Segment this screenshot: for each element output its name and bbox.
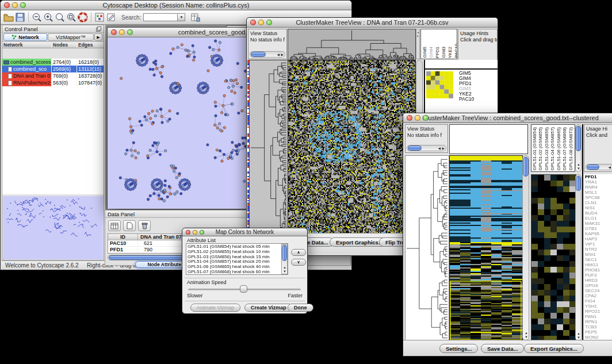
view-status-hscrollbar[interactable]: ◀▶ — [250, 51, 285, 58]
file-icon — [8, 67, 12, 72]
gene-label: HRD3 — [585, 278, 612, 283]
attribute-list-item[interactable]: GPL51-03 (GSM856) heat shock 15 min — [186, 255, 281, 260]
treeview-dna-titlebar[interactable]: ClusterMaker TreeView : DNA and Tran 07-… — [247, 18, 498, 28]
tab-network[interactable]: Network — [3, 33, 47, 41]
zoom-button[interactable] — [127, 29, 133, 35]
main-titlebar[interactable]: Cytoscape Desktop (Session Name: collins… — [1, 1, 351, 10]
search-input[interactable] — [143, 13, 178, 21]
network-row[interactable]: combined_sco2569(6)13112(15) — [2, 66, 104, 72]
dendrogram-scroll-arrows[interactable]: ◂▸ — [416, 29, 420, 59]
similarity-matrix-heatmap[interactable] — [426, 71, 453, 98]
open-icon[interactable] — [3, 12, 14, 23]
column-dendrogram[interactable] — [288, 29, 416, 60]
data-panel-title: Data Panel — [108, 211, 135, 217]
minimize-button[interactable] — [119, 29, 125, 35]
zoom-in-icon[interactable] — [43, 12, 54, 23]
network-row[interactable]: RNAPuberNov2+563(0)107847(0) — [2, 79, 104, 86]
zoom-button[interactable] — [266, 20, 272, 25]
attribute-table-icon[interactable] — [108, 220, 121, 231]
minimize-button[interactable] — [12, 2, 18, 8]
network-row[interactable]: DNA and Tran 07769(0)183728(0) — [2, 72, 104, 79]
network-overview-thumbnail[interactable] — [3, 196, 103, 259]
row-dendrogram[interactable] — [405, 155, 449, 342]
done-button[interactable]: Done — [288, 304, 313, 312]
save-icon[interactable] — [14, 12, 26, 23]
close-button[interactable] — [186, 230, 190, 235]
close-button[interactable] — [250, 20, 256, 25]
view-status-title: View Status — [406, 125, 447, 132]
toolbar-separator — [91, 12, 91, 22]
attribute-list-item[interactable]: GPL51-04 (GSM857) heat shock 20 min — [186, 259, 281, 265]
minimize-button[interactable] — [415, 115, 420, 121]
animate-vizmap-button[interactable]: Animate Vizmap — [190, 304, 240, 312]
minimize-button[interactable] — [193, 230, 197, 235]
column-header-edges[interactable]: Edges — [77, 42, 104, 48]
heatmap-vscrollbar[interactable]: ▲▼ — [522, 155, 529, 340]
zoom-fit-icon[interactable] — [54, 12, 66, 23]
float-panel-icon[interactable] — [96, 26, 101, 32]
new-attribute-icon[interactable] — [123, 220, 136, 231]
tab-overflow-button[interactable]: ▶ — [94, 33, 102, 41]
column-label: GIM5 — [422, 47, 428, 58]
id-column-header[interactable]: ID — [108, 234, 138, 240]
map-colors-dialog: Map Colors to Network Attribute List GPL… — [182, 228, 308, 314]
network-row[interactable]: combined_scores2764(0)16218(0) — [2, 59, 104, 66]
column-labels-vscrollbar[interactable]: ▲▼ — [575, 124, 582, 172]
close-button[interactable] — [407, 115, 412, 121]
view-status-hscrollbar[interactable]: ◀▶ — [407, 145, 446, 151]
network-icon — [12, 35, 17, 40]
usage-hints-hscrollbar[interactable]: ◀▶ — [586, 164, 612, 170]
attribute-list-item[interactable]: GPL51-02 (GSM855) heat shock 10 min — [186, 250, 281, 255]
attribute-browser-icon[interactable] — [190, 12, 201, 23]
search-dropdown-icon[interactable]: ▼ — [178, 13, 185, 21]
heatmap-main[interactable] — [449, 155, 523, 342]
save-data-button[interactable]: Save Data... — [481, 344, 524, 353]
column-header-network[interactable]: Network — [2, 42, 52, 48]
settings-button[interactable]: Settings... — [439, 344, 478, 353]
animation-speed-slider-thumb[interactable] — [240, 285, 247, 293]
column-labels-panel: GPL51-01 (GSM854)GPL51-02 (GSM855)GPL51-… — [531, 124, 575, 172]
heatmap-zoomed[interactable] — [531, 174, 576, 342]
slider-max-label: Faster — [288, 293, 303, 298]
gene-label: GPI16 — [585, 283, 612, 288]
view-status-panel: View Status No status info f ◀▶ — [248, 29, 287, 59]
gene-label: SPC98 — [585, 195, 612, 200]
annotation-icon[interactable] — [105, 12, 117, 23]
create-vizmap-button[interactable]: Create Vizmap — [244, 304, 293, 312]
attribute-list-item[interactable]: GPL51-07 (GSM868) heat shock 60 min — [186, 270, 281, 275]
dialog-title: Map Colors to Network — [216, 229, 274, 235]
zoom-selected-icon[interactable] — [66, 12, 77, 23]
heatmap-main[interactable] — [288, 60, 416, 236]
gene-label: MSI1 — [585, 252, 612, 257]
zoom-button[interactable] — [423, 115, 429, 121]
gene-label: GTB1 — [585, 226, 612, 231]
column-dendrogram-area[interactable] — [449, 124, 528, 154]
column-header-nodes[interactable]: Nodes — [52, 42, 77, 48]
minimize-button[interactable] — [258, 20, 264, 25]
attribute-list-vscrollbar[interactable]: ▲▼ — [281, 244, 288, 274]
usage-hints-text: Click and drag tc — [458, 37, 497, 43]
tab-vizmapper[interactable]: VizMapper™ — [48, 33, 94, 41]
plugin-manager-icon[interactable] — [94, 12, 105, 23]
move-down-button[interactable]: ∨ — [291, 259, 306, 266]
zoom-vscrollbar[interactable]: ▲▼ — [575, 174, 582, 341]
close-button[interactable] — [111, 29, 117, 35]
row-dendrogram[interactable] — [249, 60, 288, 236]
attribute-list-item[interactable]: GPL51-06 (GSM865) heat shock 40 min — [186, 265, 281, 270]
zoom-button[interactable] — [200, 230, 204, 235]
dialog-titlebar[interactable]: Map Colors to Network — [182, 228, 307, 236]
treeview-combined-titlebar[interactable]: ClusterMaker TreeView : combined_scores_… — [403, 113, 612, 123]
column-label: PAC10 — [454, 44, 457, 58]
attribute-list-items: GPL51-01 (GSM854) heat shock 05 minGPL51… — [186, 244, 281, 275]
help-icon[interactable] — [77, 12, 89, 23]
zoom-out-icon[interactable] — [31, 12, 43, 23]
attribute-list-item[interactable]: GPL51-01 (GSM854) heat shock 05 min — [186, 244, 281, 250]
close-button[interactable] — [4, 2, 10, 8]
delete-attribute-icon[interactable] — [138, 220, 151, 231]
nodes-cell: 769(0) — [52, 72, 77, 79]
zoom-button[interactable] — [20, 2, 26, 8]
treeview-dna-title: ClusterMaker TreeView : DNA and Tran 07-… — [296, 19, 448, 26]
move-up-button[interactable]: ∧ — [291, 249, 306, 256]
export-graphics-button[interactable]: Export Graphics... — [524, 344, 584, 353]
panel-divider — [582, 124, 583, 341]
